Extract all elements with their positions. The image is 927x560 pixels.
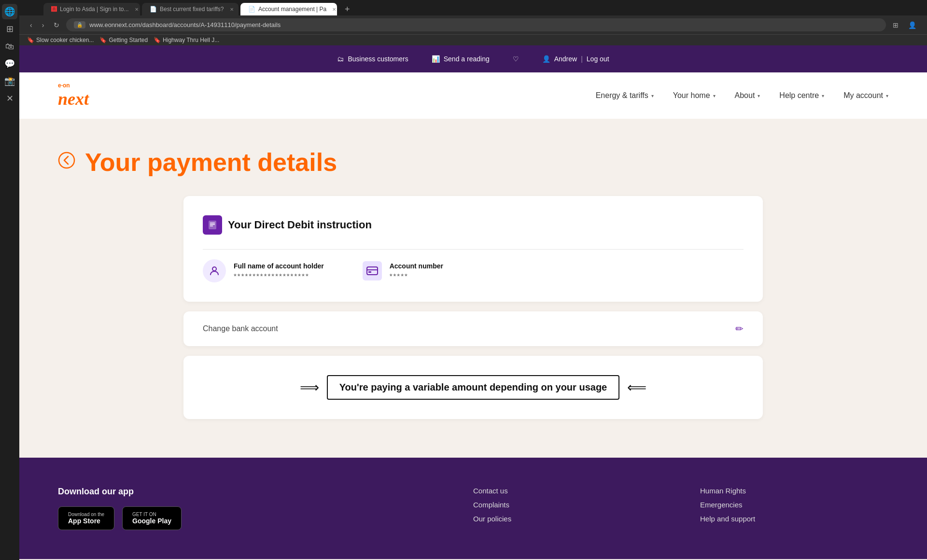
svg-point-5	[212, 267, 216, 271]
account-holder-field: Full name of account holder ************…	[203, 259, 324, 282]
sidebar-x-icon[interactable]: ✕	[2, 91, 17, 106]
edit-icon: ✏	[735, 323, 744, 335]
send-reading-link[interactable]: 📊 Send a reading	[432, 55, 490, 63]
direct-debit-card: Your Direct Debit instruction Full name …	[183, 196, 763, 302]
logo-eon-text: e·on	[58, 82, 89, 89]
change-bank-card[interactable]: Change bank account ✏	[183, 311, 763, 346]
main-header: e·on next Energy & tariffs ▾ Your home ▾…	[19, 72, 927, 119]
footer-link-emergencies[interactable]: Emergencies	[700, 501, 888, 509]
bookmark-2-icon: 🔖	[99, 37, 107, 43]
profile-button[interactable]: 👤	[905, 20, 919, 30]
account-number-icon	[363, 261, 382, 280]
back-nav-button[interactable]: ‹	[27, 20, 35, 30]
back-button[interactable]	[58, 152, 75, 173]
meter-icon: 📊	[432, 55, 440, 63]
tab-3[interactable]: 📄 Account management | Pa ✕	[240, 3, 337, 15]
variable-text-box: You're paying a variable amount dependin…	[327, 375, 619, 400]
direct-debit-icon	[203, 215, 222, 235]
footer-link-complaints[interactable]: Complaints	[473, 501, 661, 509]
direct-debit-title: Your Direct Debit instruction	[203, 215, 744, 235]
nav-help-centre[interactable]: Help centre ▾	[779, 91, 824, 100]
chevron-down-icon: ▾	[651, 93, 654, 98]
bookmark-2[interactable]: 🔖 Getting Started	[99, 37, 148, 43]
tab-1[interactable]: 🅰 Login to Asda | Sign in to... ✕	[43, 3, 140, 15]
bookmark-1[interactable]: 🔖 Slow cooker chicken...	[27, 37, 94, 43]
nav-my-account[interactable]: My account ▾	[843, 91, 888, 100]
footer-link-help-support[interactable]: Help and support	[700, 515, 888, 523]
address-bar: ‹ › ↻ 🔒 www.eonnext.com/dashboard/accoun…	[19, 15, 927, 34]
account-holder-icon	[203, 259, 226, 282]
user-link[interactable]: 👤 Andrew | Log out	[542, 55, 609, 63]
address-input[interactable]: 🔒 www.eonnext.com/dashboard/accounts/A-1…	[66, 18, 886, 31]
arrow-right-icon: ⟸	[627, 379, 646, 395]
svg-rect-8	[368, 271, 371, 273]
google-play-badge[interactable]: GET IT ON Google Play	[122, 506, 182, 530]
variable-inner: ⟹ You're paying a variable amount depend…	[300, 375, 646, 400]
account-number-field: Account number *****	[363, 261, 443, 280]
sidebar-shop-icon[interactable]: 🛍	[2, 39, 17, 54]
tab-2-close[interactable]: ✕	[230, 7, 234, 12]
account-number-info: Account number *****	[390, 262, 443, 280]
footer-link-contact[interactable]: Contact us	[473, 487, 661, 495]
logo-next-text: next	[58, 89, 89, 109]
chevron-down-icon: ▾	[822, 93, 824, 98]
account-holder-info: Full name of account holder ************…	[234, 262, 324, 280]
browser-chrome: 🅰 Login to Asda | Sign in to... ✕ 📄 Best…	[19, 0, 927, 45]
business-icon: 🗂	[337, 55, 344, 63]
app-store-badge[interactable]: Download on the App Store	[58, 506, 114, 530]
new-tab-button[interactable]: +	[341, 4, 354, 14]
reload-button[interactable]: ↻	[51, 20, 62, 30]
page-header: Your payment details	[58, 148, 888, 177]
svg-rect-6	[367, 267, 378, 275]
footer-app-title: Download our app	[58, 487, 435, 497]
bookmark-3-icon: 🔖	[154, 37, 161, 43]
page-title: Your payment details	[85, 148, 337, 177]
forward-nav-button[interactable]: ›	[39, 20, 47, 30]
sidebar-messenger-icon[interactable]: 💬	[2, 56, 17, 71]
footer-link-policies[interactable]: Our policies	[473, 515, 661, 523]
chevron-down-icon: ▾	[758, 93, 760, 98]
main-nav: Energy & tariffs ▾ Your home ▾ About ▾ H…	[596, 91, 888, 100]
footer-links-col2: Human Rights Emergencies Help and suppor…	[700, 487, 888, 530]
footer-link-human-rights[interactable]: Human Rights	[700, 487, 888, 495]
change-bank-label: Change bank account	[203, 324, 278, 333]
arrow-left-icon: ⟹	[300, 379, 319, 395]
heart-link[interactable]: ♡	[513, 55, 519, 63]
card-divider	[203, 249, 744, 250]
bookmark-3[interactable]: 🔖 Highway Thru Hell J...	[154, 37, 219, 43]
footer-app-section: Download our app Download on the App Sto…	[58, 487, 435, 530]
sidebar-browser-icon[interactable]: 🌐	[2, 4, 17, 19]
variable-payment-card: ⟹ You're paying a variable amount depend…	[183, 356, 763, 419]
footer-links-col1: Contact us Complaints Our policies	[473, 487, 661, 530]
tab-bar: 🅰 Login to Asda | Sign in to... ✕ 📄 Best…	[19, 0, 927, 15]
tab-3-close[interactable]: ✕	[332, 7, 336, 12]
nav-energy-tariffs[interactable]: Energy & tariffs ▾	[596, 91, 654, 100]
nav-about[interactable]: About ▾	[735, 91, 760, 100]
app-badges: Download on the App Store GET IT ON Goog…	[58, 506, 435, 530]
chevron-down-icon: ▾	[886, 93, 888, 98]
bookmark-1-icon: 🔖	[27, 37, 34, 43]
nav-your-home[interactable]: Your home ▾	[673, 91, 716, 100]
utility-bar: 🗂 Business customers 📊 Send a reading ♡ …	[19, 45, 927, 72]
sidebar-instagram-icon[interactable]: 📸	[2, 73, 17, 89]
eon-logo[interactable]: e·on next	[58, 82, 89, 109]
account-details: Full name of account holder ************…	[203, 259, 744, 282]
bookmarks-bar: 🔖 Slow cooker chicken... 🔖 Getting Start…	[19, 34, 927, 45]
https-badge: 🔒	[74, 21, 85, 28]
user-icon: 👤	[542, 55, 550, 63]
page-content: Your payment details Your Direct Debit i…	[19, 119, 927, 458]
footer: Download our app Download on the App Sto…	[19, 458, 927, 559]
tab-2[interactable]: 📄 Best current fixed tariffs? ✕	[142, 3, 239, 15]
extensions-button[interactable]: ⊞	[890, 20, 901, 30]
heart-icon: ♡	[513, 55, 519, 63]
svg-point-0	[59, 153, 74, 168]
svg-rect-1	[209, 221, 216, 229]
chevron-down-icon: ▾	[713, 93, 716, 98]
sidebar-apps-icon[interactable]: ⊞	[2, 21, 17, 37]
tab-1-close[interactable]: ✕	[135, 7, 139, 12]
business-customers-link[interactable]: 🗂 Business customers	[337, 55, 408, 63]
footer-inner: Download our app Download on the App Sto…	[58, 487, 888, 530]
browser-sidebar: 🌐 ⊞ 🛍 💬 📸 ✕	[0, 0, 19, 560]
